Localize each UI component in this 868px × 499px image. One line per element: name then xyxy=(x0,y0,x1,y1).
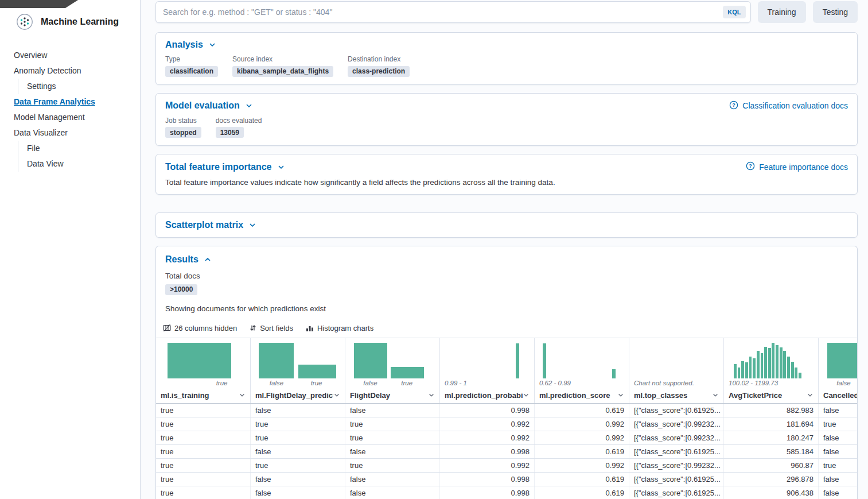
table-cell[interactable]: true xyxy=(156,486,251,499)
columns-hidden-button[interactable]: 26 columns hidden xyxy=(163,324,237,332)
training-button[interactable]: Training xyxy=(758,1,806,23)
table-cell[interactable]: true xyxy=(819,459,857,472)
table-cell[interactable]: false xyxy=(345,404,440,417)
table-cell[interactable]: [{"class_score":[0.99232... xyxy=(629,417,724,431)
table-cell[interactable]: 585.184 xyxy=(724,445,819,458)
column-header-ml.prediction_score[interactable]: 0.62 - 0.99ml.prediction_score xyxy=(535,338,629,403)
table-cell[interactable]: false xyxy=(345,445,440,458)
column-header-ml.is_training[interactable]: trueml.is_training xyxy=(156,338,251,403)
table-cell[interactable]: false xyxy=(819,473,857,486)
table-cell[interactable]: 0.998 xyxy=(440,404,535,417)
table-cell[interactable]: true xyxy=(156,431,251,444)
table-cell[interactable]: false xyxy=(345,473,440,486)
table-cell[interactable]: false xyxy=(345,486,440,499)
column-name-row: ml.prediction_probabilit xyxy=(445,388,530,403)
chevron-down-icon[interactable] xyxy=(208,41,216,49)
table-cell[interactable]: false xyxy=(819,431,857,444)
chevron-up-icon[interactable] xyxy=(204,256,212,264)
chevron-down-icon[interactable] xyxy=(428,392,435,399)
table-cell[interactable]: true xyxy=(156,417,251,431)
table-cell[interactable]: false xyxy=(819,445,857,458)
table-cell[interactable]: false xyxy=(251,486,345,499)
table-cell[interactable]: 0.992 xyxy=(440,431,535,444)
table-cell[interactable]: [{"class_score":[0.61925... xyxy=(629,404,724,417)
table-cell[interactable]: true xyxy=(156,473,251,486)
table-cell[interactable]: [{"class_score":[0.61925... xyxy=(629,473,724,486)
table-cell[interactable]: 0.619 xyxy=(535,445,629,458)
column-header-ml.FlightDelay_predictio[interactable]: falsetrueml.FlightDelay_predictio xyxy=(251,338,345,403)
chevron-down-icon[interactable] xyxy=(617,392,624,399)
table-cell[interactable]: false xyxy=(251,445,345,458)
column-name-row: ml.is_training xyxy=(161,388,246,403)
chevron-down-icon[interactable] xyxy=(712,392,719,399)
table-cell[interactable]: 906.438 xyxy=(724,486,819,499)
table-cell[interactable]: 0.998 xyxy=(440,486,535,499)
table-cell[interactable]: 0.992 xyxy=(440,459,535,472)
table-cell[interactable]: 0.998 xyxy=(440,445,535,458)
search-input[interactable]: Search for e.g. method : "GET" or status… xyxy=(155,1,751,23)
table-cell[interactable]: true xyxy=(819,417,857,431)
table-cell[interactable]: [{"class_score":[0.61925... xyxy=(629,445,724,458)
table-cell[interactable]: true xyxy=(251,417,345,431)
table-cell[interactable]: true xyxy=(156,459,251,472)
column-header-FlightDelay[interactable]: falsetrueFlightDelay xyxy=(345,338,440,403)
column-header-ml.prediction_probabilit[interactable]: 0.99 - 1ml.prediction_probabilit xyxy=(440,338,535,403)
table-cell[interactable]: true xyxy=(156,404,251,417)
table-cell[interactable]: 960.87 xyxy=(724,459,819,472)
table-cell[interactable]: true xyxy=(345,431,440,444)
table-cell[interactable]: 0.619 xyxy=(535,473,629,486)
table-cell[interactable]: true xyxy=(251,431,345,444)
table-cell[interactable]: 0.992 xyxy=(535,417,629,431)
histogram-labels: true xyxy=(161,378,246,388)
sidebar-item-anomaly-detection[interactable]: Anomaly Detection xyxy=(14,63,133,79)
table-cell[interactable]: false xyxy=(251,404,345,417)
classification-evaluation-docs-link[interactable]: ? Classification evaluation docs xyxy=(729,100,848,111)
sidebar-item-overview[interactable]: Overview xyxy=(14,48,133,63)
sidebar-item-data-frame-analytics[interactable]: Data Frame Analytics xyxy=(14,94,133,110)
table-cell[interactable]: 181.694 xyxy=(724,417,819,431)
table-cell[interactable]: false xyxy=(819,486,857,499)
table-cell[interactable]: 882.983 xyxy=(724,404,819,417)
table-cell[interactable]: false xyxy=(819,404,857,417)
histogram-bar xyxy=(749,357,752,378)
column-header-ml.top_classes[interactable]: Chart not supported.ml.top_classes xyxy=(629,338,724,403)
table-cell[interactable]: true xyxy=(156,445,251,458)
chevron-down-icon[interactable] xyxy=(277,163,285,171)
table-cell[interactable]: 0.619 xyxy=(535,404,629,417)
table-cell[interactable]: 296.878 xyxy=(724,473,819,486)
chevron-down-icon[interactable] xyxy=(245,102,253,110)
table-cell[interactable]: [{"class_score":[0.61925... xyxy=(629,486,724,499)
sidebar-item-model-management[interactable]: Model Management xyxy=(14,110,133,125)
column-header-AvgTicketPrice[interactable]: 100.02 - 1199.73AvgTicketPrice xyxy=(724,338,819,403)
testing-button[interactable]: Testing xyxy=(813,1,858,23)
chevron-down-icon[interactable] xyxy=(239,392,246,399)
histogram-charts-button[interactable]: Histogram charts xyxy=(306,324,373,332)
table-cell[interactable]: [{"class_score":[0.99232... xyxy=(629,431,724,444)
chevron-down-icon[interactable] xyxy=(333,392,340,399)
chevron-down-icon[interactable] xyxy=(807,392,813,399)
sidebar-item-settings[interactable]: Settings xyxy=(18,79,133,94)
table-cell[interactable]: 0.992 xyxy=(535,431,629,444)
sidebar-item-data-view[interactable]: Data View xyxy=(18,156,133,172)
table-cell[interactable]: false xyxy=(251,473,345,486)
feature-importance-title: Total feature importance xyxy=(165,162,272,172)
table-cell[interactable]: 180.247 xyxy=(724,431,819,444)
field-label: docs evaluated xyxy=(216,117,262,125)
chevron-down-icon[interactable] xyxy=(523,392,530,399)
sidebar-item-file[interactable]: File xyxy=(18,141,133,156)
table-cell[interactable]: 0.992 xyxy=(440,417,535,431)
table-cell[interactable]: true xyxy=(251,459,345,472)
column-header-Cancelled[interactable]: falseCancelled xyxy=(819,338,857,403)
chevron-down-icon[interactable] xyxy=(248,221,256,229)
histogram-bar xyxy=(780,347,783,378)
table-cell[interactable]: true xyxy=(345,417,440,431)
feature-importance-docs-link[interactable]: ? Feature importance docs xyxy=(746,161,848,172)
sort-fields-button[interactable]: Sort fields xyxy=(250,324,293,332)
table-cell[interactable]: true xyxy=(345,459,440,472)
sidebar-item-data-visualizer[interactable]: Data Visualizer xyxy=(14,125,133,141)
table-cell[interactable]: 0.619 xyxy=(535,486,629,499)
table-cell[interactable]: [{"class_score":[0.99232... xyxy=(629,459,724,472)
table-cell[interactable]: 0.998 xyxy=(440,473,535,486)
kql-button[interactable]: KQL xyxy=(723,6,745,18)
table-cell[interactable]: 0.992 xyxy=(535,459,629,472)
